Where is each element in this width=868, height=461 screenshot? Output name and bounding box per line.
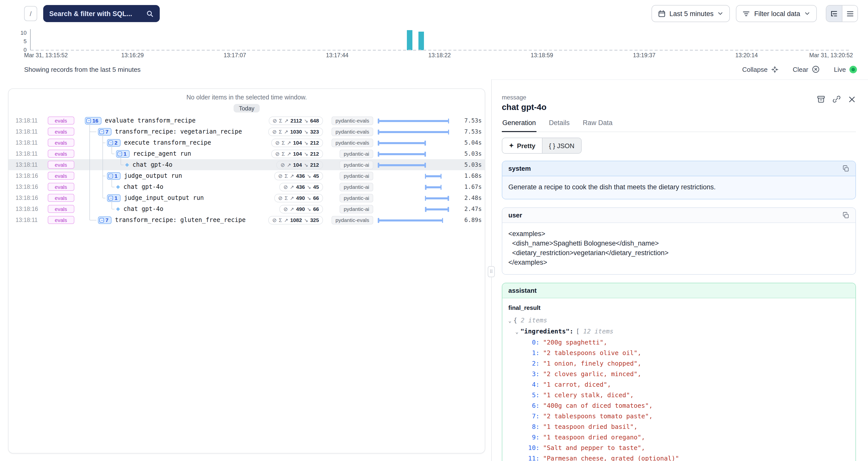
evals-tag[interactable]: evals bbox=[48, 161, 74, 169]
time-range-label: Last 5 minutes bbox=[669, 10, 714, 17]
tokens-in-icon: ↗ bbox=[287, 151, 291, 156]
span-name: chat gpt-4o bbox=[132, 161, 172, 168]
span-name: transform_recipe: gluten_free_recipe bbox=[115, 216, 246, 223]
attributes-icon: ⊘ bbox=[272, 217, 277, 223]
caret-down-icon[interactable]: ⌄ bbox=[516, 329, 518, 334]
tokens-out: 325 bbox=[310, 217, 319, 223]
table-row[interactable]: 13:18:16 evals ◆ chat gpt-4o ⊘ ↗490 ↘66 … bbox=[8, 204, 485, 214]
table-row[interactable]: 13:18:11 evals 2 execute transform_recip… bbox=[8, 137, 485, 148]
span-name: judge_output run bbox=[124, 172, 182, 179]
tokens-in: 490 bbox=[296, 206, 305, 212]
span-metrics-pill: ⊘ ↗436 ↘45 bbox=[279, 183, 323, 191]
live-toggle[interactable]: Live bbox=[834, 65, 857, 73]
tokens-out-icon: ↘ bbox=[304, 118, 308, 123]
filter-local-data-dropdown[interactable]: Filter local data bbox=[736, 5, 817, 22]
table-row[interactable]: 13:18:11 evals 7 transform_recipe: glute… bbox=[8, 214, 485, 225]
json-array-item: 8:"1 teaspoon dried basil", bbox=[508, 421, 849, 432]
collapse-button[interactable]: Collapse bbox=[742, 65, 779, 73]
search-button[interactable]: Search & filter with SQL... bbox=[43, 5, 160, 22]
evals-tag[interactable]: evals bbox=[48, 172, 74, 180]
tab-raw-data[interactable]: Raw Data bbox=[582, 119, 613, 131]
table-row[interactable]: 13:18:11 evals 7 transform_recipe: veget… bbox=[8, 126, 485, 137]
copy-link-icon[interactable] bbox=[832, 95, 841, 103]
evals-tag[interactable]: evals bbox=[48, 150, 74, 158]
json-toggle[interactable]: { } JSON bbox=[542, 138, 581, 153]
evals-tag[interactable]: evals bbox=[48, 128, 74, 135]
tokens-in-icon: ↗ bbox=[284, 129, 288, 134]
child-count: 1 bbox=[124, 151, 127, 157]
sparkle-icon: ✦ bbox=[509, 142, 514, 149]
tokens-in-icon: ↗ bbox=[284, 217, 288, 223]
collapse-count-toggle[interactable]: 7 bbox=[98, 128, 112, 135]
collapse-count-toggle[interactable]: 1 bbox=[116, 150, 130, 157]
collapse-count-toggle[interactable]: 16 bbox=[85, 117, 101, 124]
time-range-dropdown[interactable]: Last 5 minutes bbox=[651, 5, 730, 22]
tokens-in-icon: ↗ bbox=[284, 118, 288, 123]
tree-view-toggle[interactable] bbox=[826, 5, 842, 22]
json-brace: { bbox=[514, 316, 517, 324]
copy-icon[interactable] bbox=[842, 212, 849, 219]
leaf-diamond-icon: ◆ bbox=[116, 206, 120, 211]
aggregate-icon: Σ bbox=[279, 118, 282, 124]
collapse-count-toggle[interactable]: 1 bbox=[107, 172, 121, 180]
span-metrics-pill: ⊘ ↗490 ↘66 bbox=[279, 205, 323, 213]
tab-generation[interactable]: Generation bbox=[502, 119, 536, 132]
evals-tag[interactable]: evals bbox=[48, 194, 74, 202]
duration-track bbox=[378, 115, 448, 126]
evals-tag[interactable]: evals bbox=[48, 139, 74, 147]
archive-icon[interactable] bbox=[817, 95, 825, 103]
panel-resize-handle[interactable]: ⠿ bbox=[488, 266, 495, 277]
table-row[interactable]: 13:18:11 evals 16 evaluate transform_rec… bbox=[8, 115, 485, 126]
duration-label: 1.68s bbox=[453, 172, 482, 179]
x-tick: 13:17:44 bbox=[326, 52, 349, 58]
duration-label: 5.03s bbox=[453, 161, 482, 168]
duration-track bbox=[378, 137, 448, 148]
span-name: chat gpt-4o bbox=[123, 183, 163, 190]
tokens-in: 436 bbox=[296, 184, 305, 190]
table-row-selected[interactable]: 13:18:11 evals ◆ chat gpt-4o ⊘ ↗104 ↘212… bbox=[8, 159, 485, 170]
x-tick: 13:18:22 bbox=[428, 52, 451, 58]
package-tag: pydantic-ai bbox=[340, 172, 373, 180]
table-row[interactable]: 13:18:11 evals 1 recipe_agent run ⊘ Σ ↗1… bbox=[8, 148, 485, 159]
row-timestamp: 13:18:11 bbox=[16, 162, 45, 168]
grip-icon: ⠿ bbox=[490, 269, 493, 274]
table-row[interactable]: 13:18:16 evals 1 judge_output run ⊘ Σ ↗4… bbox=[8, 170, 485, 181]
table-row[interactable]: 13:18:16 evals ◆ chat gpt-4o ⊘ ↗436 ↘45 … bbox=[8, 181, 485, 192]
tokens-in-icon: ↗ bbox=[290, 206, 294, 212]
filter-local-data-label: Filter local data bbox=[754, 10, 800, 17]
row-timestamp: 13:18:11 bbox=[16, 128, 45, 134]
json-array-item: 11:"Parmesan cheese, grated (optional)" bbox=[508, 453, 849, 461]
system-message-card: system Generate a recipe to cook the dis… bbox=[502, 161, 856, 199]
aggregate-icon: Σ bbox=[282, 140, 285, 146]
close-icon[interactable] bbox=[848, 95, 856, 103]
tokens-out-icon: ↘ bbox=[304, 151, 308, 156]
x-tick: 13:18:59 bbox=[531, 52, 553, 58]
evals-tag[interactable]: evals bbox=[48, 183, 74, 191]
collapse-count-toggle[interactable]: 2 bbox=[107, 139, 121, 146]
copy-icon[interactable] bbox=[842, 165, 849, 172]
span-kind-label: message bbox=[502, 94, 547, 101]
histogram-bar[interactable] bbox=[407, 30, 413, 50]
caret-down-icon[interactable]: ⌄ bbox=[508, 318, 512, 324]
evals-tag[interactable]: evals bbox=[48, 205, 74, 213]
table-row[interactable]: 13:18:16 evals 1 judge_input_output run … bbox=[8, 192, 485, 204]
logfire-app: / Search & filter with SQL... Last 5 min… bbox=[0, 0, 868, 461]
status-bar: Showing records from the last 5 minutes … bbox=[0, 59, 868, 79]
json-bracket: [ bbox=[576, 328, 580, 335]
collapse-count-toggle[interactable]: 1 bbox=[107, 194, 121, 202]
clear-button[interactable]: Clear bbox=[793, 65, 820, 73]
tokens-in-icon: ↗ bbox=[287, 140, 291, 145]
tokens-in-icon: ↗ bbox=[290, 173, 294, 179]
tokens-out: 212 bbox=[310, 162, 319, 168]
pretty-toggle[interactable]: ✦ Pretty bbox=[502, 138, 542, 153]
tab-details[interactable]: Details bbox=[549, 119, 570, 131]
histogram-bar[interactable] bbox=[418, 32, 424, 50]
list-view-toggle[interactable] bbox=[842, 5, 858, 22]
evals-tag[interactable]: evals bbox=[48, 216, 74, 224]
duration-bar bbox=[378, 219, 442, 221]
collapse-count-toggle[interactable]: 7 bbox=[98, 216, 112, 224]
json-item-count: 12 items bbox=[583, 328, 613, 335]
calendar-icon bbox=[658, 10, 665, 17]
evals-tag[interactable]: evals bbox=[48, 117, 74, 125]
tokens-in: 1082 bbox=[290, 217, 302, 223]
